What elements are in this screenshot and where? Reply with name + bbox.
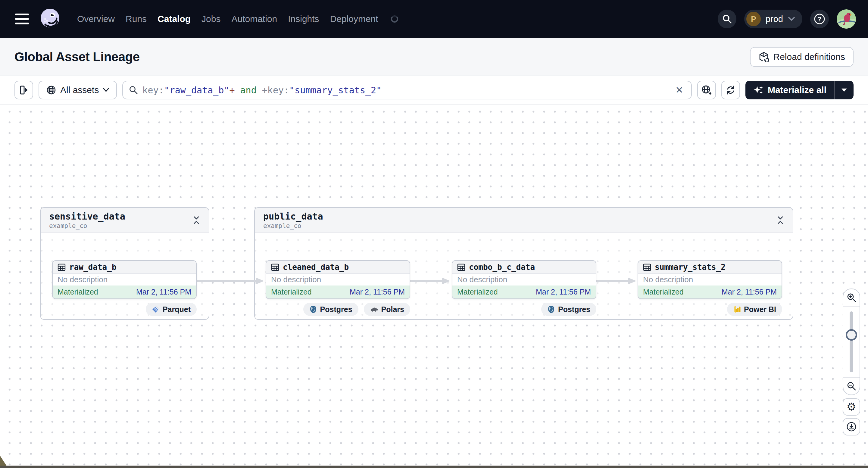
search-button[interactable]: [718, 10, 736, 28]
tag-label: Power BI: [744, 305, 776, 314]
asset-status-row: Materialized Mar 2, 11:56 PM: [266, 285, 410, 299]
tag-parquet[interactable]: Parquet: [146, 303, 197, 316]
add-scope-button[interactable]: [697, 81, 716, 99]
corner-artifact: [0, 456, 7, 466]
zoom-controls: [843, 288, 860, 395]
status-label: Materialized: [457, 288, 498, 297]
gear-icon: ⚙: [847, 401, 856, 413]
status-timestamp: Mar 2, 11:56 PM: [136, 288, 191, 297]
tag-row: Parquet: [52, 303, 197, 316]
asset-scope-dropdown[interactable]: All assets: [38, 81, 117, 99]
parquet-icon: [152, 305, 160, 313]
polars-icon: [370, 306, 378, 313]
caret-down-icon: [841, 88, 847, 92]
group-header: public_data example_co: [255, 208, 793, 233]
asset-status-row: Materialized Mar 2, 11:56 PM: [53, 285, 196, 299]
zoom-in-icon: [847, 293, 856, 302]
user-avatar[interactable]: [837, 9, 856, 29]
asset-search-input[interactable]: key:"raw_data_b"+ and +key:"summary_stat…: [122, 81, 692, 99]
asset-name: cleaned_data_b: [283, 262, 349, 272]
refresh-button[interactable]: [721, 81, 740, 99]
bottom-edge-strip: [0, 466, 868, 468]
chevron-down-icon: [788, 17, 795, 21]
svg-text:?: ?: [817, 15, 821, 23]
asset-node-cleaned-data-b[interactable]: cleaned_data_b No description Materializ…: [266, 260, 410, 299]
tag-label: Parquet: [163, 305, 191, 314]
table-icon: [271, 263, 279, 271]
nav-item-automation[interactable]: Automation: [231, 14, 277, 24]
materialize-options-button[interactable]: [835, 81, 854, 99]
collapse-group-button[interactable]: [776, 216, 784, 224]
lineage-canvas[interactable]: sensitive_data example_co public_data ex…: [0, 104, 868, 468]
tag-row: Postgres Polars: [266, 303, 410, 316]
nav-item-overview[interactable]: Overview: [77, 14, 115, 24]
nav-item-insights[interactable]: Insights: [288, 14, 319, 24]
status-label: Materialized: [58, 288, 98, 297]
zoom-slider-track[interactable]: [849, 311, 853, 372]
clear-search-button[interactable]: ✕: [674, 85, 685, 95]
nav-item-catalog[interactable]: Catalog: [157, 14, 191, 24]
panel-toggle-icon: [19, 85, 29, 95]
postgres-icon: [547, 305, 555, 313]
page-title: Global Asset Lineage: [14, 50, 140, 64]
reload-definitions-button[interactable]: Reload definitions: [750, 47, 854, 67]
asset-node-raw-data-b[interactable]: raw_data_b No description Materialized M…: [52, 260, 197, 299]
workspace-switcher[interactable]: P prod: [744, 10, 802, 28]
top-nav: Overview Runs Catalog Jobs Automation In…: [0, 0, 868, 38]
collapse-group-button[interactable]: [192, 216, 200, 224]
asset-node-combo-b-c-data[interactable]: combo_b_c_data No description Materializ…: [452, 260, 596, 299]
postgres-icon: [309, 305, 317, 313]
help-icon: ?: [813, 13, 826, 25]
status-label: Materialized: [271, 288, 312, 297]
collapse-icon: [776, 216, 784, 224]
tag-polars[interactable]: Polars: [364, 303, 410, 316]
nav-item-deployment[interactable]: Deployment: [330, 14, 378, 24]
table-icon: [643, 263, 651, 271]
graph-settings-button[interactable]: ⚙: [843, 398, 860, 415]
nav-links: Overview Runs Catalog Jobs Automation In…: [77, 14, 398, 24]
download-icon: [846, 421, 857, 432]
open-panel-button[interactable]: [14, 81, 33, 99]
nav-item-jobs[interactable]: Jobs: [202, 14, 220, 24]
dagster-logo[interactable]: [38, 7, 61, 30]
table-icon: [457, 263, 465, 271]
group-location: example_co: [263, 222, 323, 229]
asset-description: No description: [53, 274, 196, 285]
globe-add-icon: [702, 85, 712, 95]
workspace-label: prod: [766, 14, 783, 24]
tag-label: Polars: [381, 305, 404, 314]
download-view-button[interactable]: [843, 418, 860, 435]
help-button[interactable]: ?: [810, 10, 829, 28]
powerbi-icon: [733, 305, 741, 313]
reload-definitions-label: Reload definitions: [773, 52, 845, 62]
zoom-out-button[interactable]: [843, 377, 860, 395]
zoom-out-icon: [847, 381, 856, 391]
tag-row: Power BI: [638, 303, 782, 316]
tag-postgres[interactable]: Postgres: [303, 303, 359, 316]
asset-status-row: Materialized Mar 2, 11:56 PM: [453, 285, 596, 299]
asset-name: combo_b_c_data: [469, 262, 535, 272]
group-name: sensitive_data: [49, 211, 125, 222]
status-timestamp: Mar 2, 11:56 PM: [722, 288, 777, 297]
filter-bar: All assets key:"raw_data_b"+ and +key:"s…: [0, 76, 868, 104]
asset-name: raw_data_b: [69, 262, 117, 272]
table-icon: [58, 263, 66, 271]
asset-scope-label: All assets: [60, 85, 99, 95]
zoom-slider-handle[interactable]: [846, 329, 857, 341]
zoom-in-button[interactable]: [843, 289, 860, 307]
loading-spinner-icon: [391, 15, 398, 23]
materialize-all-button[interactable]: Materialize all: [745, 81, 834, 99]
refresh-icon: [725, 85, 736, 95]
tag-label: Postgres: [558, 305, 590, 314]
tag-powerbi[interactable]: Power BI: [727, 303, 782, 316]
nav-right: P prod ?: [718, 9, 856, 29]
search-icon: [129, 86, 138, 95]
nav-item-runs[interactable]: Runs: [126, 14, 147, 24]
reload-icon: [758, 52, 769, 62]
tag-postgres[interactable]: Postgres: [541, 303, 596, 316]
hamburger-icon[interactable]: [15, 13, 29, 24]
asset-name: summary_stats_2: [655, 262, 725, 272]
tag-label: Postgres: [320, 305, 352, 314]
search-icon: [722, 14, 732, 24]
asset-node-summary-stats-2[interactable]: summary_stats_2 No description Materiali…: [638, 260, 782, 299]
